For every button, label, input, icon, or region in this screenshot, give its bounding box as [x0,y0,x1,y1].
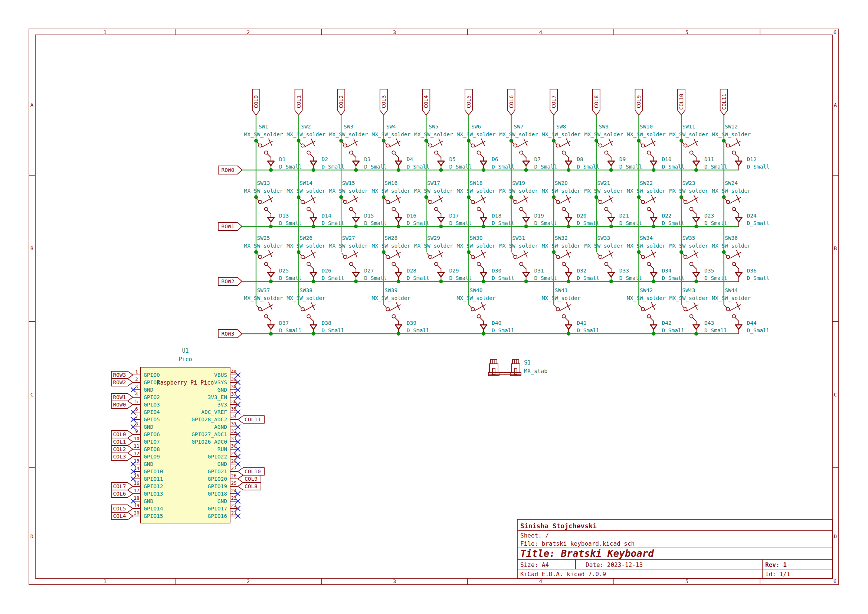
switch-actuator-tick [312,250,315,257]
net-label-COL4[interactable]: COL4 [422,89,430,115]
switch-lead [395,318,398,321]
switch-cell-SW12[interactable]: SW12MX_SW_solderD12D_Small [712,124,769,170]
mcu-body[interactable] [141,367,230,523]
diode-triangle [395,217,401,222]
diode-reference: D36 [747,268,757,274]
net-label-ROW3[interactable]: ROW3 [218,330,242,338]
switch-lead [650,154,654,157]
junction-dot [269,279,273,283]
net-label-COL6[interactable]: COL6 [508,89,515,115]
switch-contact-circle [344,200,347,204]
switch-reference: SW34 [640,235,653,241]
frame-column-number: 3 [393,29,396,35]
pin-name: GPIO19 [208,483,227,489]
net-label-COL9[interactable]: COL9 [635,89,642,115]
net-label-COL10[interactable]: COL10 [238,468,264,475]
net-label-COL7[interactable]: COL7 [111,482,133,490]
diode-triangle [651,217,657,222]
junction-dot [439,168,443,172]
net-label-COL10[interactable]: COL10 [677,89,685,115]
switch-actuator-tick [481,195,485,202]
diode-value: D_Small [577,164,599,170]
net-label-ROW2[interactable]: ROW2 [111,378,133,386]
net-label-COL1[interactable]: COL1 [295,89,302,115]
pin-name: GPIO14 [144,505,163,512]
switch-actuator-tick [737,195,740,202]
switch-lead [257,198,259,200]
net-label-ROW3[interactable]: ROW3 [111,371,133,378]
net-label-text: ROW0 [222,167,234,173]
net-label-COL9[interactable]: COL9 [238,475,261,482]
switch-lead [565,318,569,321]
switch-reference: SW13 [257,180,270,186]
net-label-COL0[interactable]: COL0 [111,431,133,438]
net-label-COL2[interactable]: COL2 [337,89,345,115]
net-label-COL3[interactable]: COL3 [111,453,133,460]
diode-reference: D33 [619,268,629,274]
switch-value: MX_SW_solder [627,188,666,194]
net-label-COL5[interactable]: COL5 [465,89,473,115]
switch-cell-SW41[interactable]: SW41MX_SW_solderD41D_Small [542,287,599,336]
net-label-text: ROW2 [113,379,126,385]
switch-actuator-tick [609,139,612,146]
net-label-text: COL0 [113,431,126,437]
net-label-ROW1[interactable]: ROW1 [218,222,242,231]
switch-lead [693,154,696,157]
net-label-ROW2[interactable]: ROW2 [218,277,242,285]
switch-cell-SW42[interactable]: SW42MX_SW_solderD42D_Small [627,287,684,336]
net-label-COL0[interactable]: COL0 [252,89,260,115]
net-label-COL1[interactable]: COL1 [111,438,133,445]
switch-lead [480,154,484,157]
switch-lead [257,253,259,256]
net-label-ROW0[interactable]: ROW0 [111,401,133,408]
switch-actuator-tick [269,250,272,257]
mcu-symbol[interactable]: U1PicoRaspberry Pi Pico1GPIO0ROW32GPIO1R… [111,347,264,523]
net-label-COL11[interactable]: COL11 [720,89,728,115]
diode-value: D_Small [704,220,727,226]
net-label-COL6[interactable]: COL6 [111,490,133,498]
switch-contact-circle [726,308,730,311]
switch-contact-circle [726,200,730,204]
pin-name: VSYS [214,379,227,385]
net-label-text: COL6 [113,491,126,497]
switch-lead [725,142,727,144]
switch-actuator-tick [737,302,740,310]
net-label-text: COL6 [508,95,515,109]
keyboard-matrix[interactable]: COL0COL1COL2COL3COL4COL5COL6COL7COL8COL9… [218,89,770,338]
switch-cell-SW44[interactable]: SW44MX_SW_solderD44D_Small [712,287,769,334]
switch-cell-SW40[interactable]: SW40MX_SW_solderD40D_Small [457,287,515,336]
diode-value: D_Small [364,275,387,281]
switch-cell-SW39[interactable]: SW39MX_SW_solderD39D_Small [372,287,429,336]
switch-lead [512,142,514,144]
net-label-COL7[interactable]: COL7 [550,89,557,115]
net-label-COL2[interactable]: COL2 [111,445,133,453]
switch-cell-SW13[interactable]: SW13MX_SW_solderD13D_Small [244,180,302,228]
switch-cell-SW25[interactable]: SW25MX_SW_solderD25D_Small [244,235,302,283]
switch-value: MX_SW_solder [542,295,581,301]
schematic-canvas[interactable]: 112233445566AABBCCDD COL0COL1COL2COL3COL… [0,0,868,614]
net-label-COL5[interactable]: COL5 [111,505,133,512]
switch-reference: SW18 [470,180,483,186]
net-label-COL11[interactable]: COL11 [238,416,264,423]
net-label-COL8[interactable]: COL8 [593,89,600,115]
switch-reference: SW27 [342,235,355,241]
net-label-ROW0[interactable]: ROW0 [218,166,242,174]
switch-contact-circle [641,256,645,259]
junction-dot [482,168,485,172]
switch-cell-SW24[interactable]: SW24MX_SW_solderD24D_Small [712,180,769,226]
pin-name: GPIO0 [144,372,160,378]
junction-dot [567,332,570,336]
switch-cell-SW36[interactable]: SW36MX_SW_solderD36D_Small [712,235,769,281]
net-label-COL8[interactable]: COL8 [238,482,261,490]
switch-cell-SW37[interactable]: SW37MX_SW_solderD37D_Small [244,287,302,336]
net-label-ROW1[interactable]: ROW1 [111,394,133,401]
stabilizer-S1[interactable]: S1MX_stab [488,359,547,376]
switch-cell-SW1[interactable]: SW1MX_SW_solderD1D_Small [244,124,302,172]
net-label-COL4[interactable]: COL4 [111,512,133,520]
switch-value: MX_SW_solder [287,243,326,249]
switch-contact-circle [647,208,651,211]
net-label-text: COL1 [296,95,302,109]
stabilizer-symbol[interactable]: S1MX_stab [488,359,547,376]
diode-value: D_Small [747,275,770,281]
net-label-COL3[interactable]: COL3 [380,89,388,115]
